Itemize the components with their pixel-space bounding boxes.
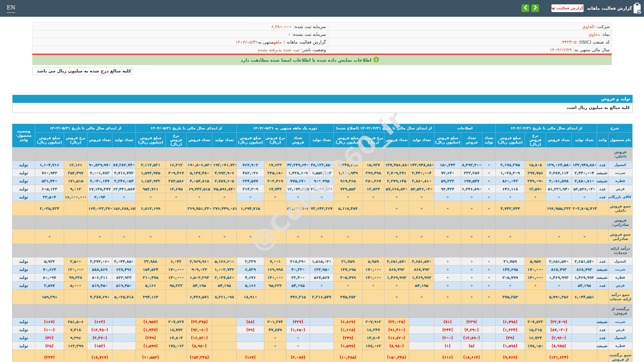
table-cell: (۱,۵۹۸) bbox=[495, 342, 525, 350]
table-cell bbox=[409, 326, 434, 334]
column-header: نرخ فروش (ریال) bbox=[264, 133, 286, 147]
table-cell: ∘ bbox=[384, 290, 409, 304]
table-cell: ۱۷∘,∘∘∘ bbox=[165, 265, 186, 274]
table-cell: ۱۸,۷۷۳ bbox=[165, 326, 186, 334]
table-cell: ∘ bbox=[286, 193, 310, 201]
table-cell bbox=[310, 304, 333, 318]
next-report-button[interactable] bbox=[531, 4, 539, 12]
table-cell: ۹∘۹,∘۲۳ bbox=[186, 265, 212, 274]
column-header: نرخ فروش (ریال) bbox=[165, 133, 186, 147]
table-cell: ∘ bbox=[112, 193, 136, 201]
table-cell: ۱,∘∘۲,۷۴۳ bbox=[212, 265, 236, 274]
table-cell: ۴,۷۴۲,۷۴۴ bbox=[495, 201, 525, 216]
table-cell bbox=[165, 229, 186, 244]
table-cell bbox=[212, 216, 236, 229]
table-cell: ۶۲۸,۴۹۶ bbox=[112, 265, 136, 274]
table-cell: ۱۹۲,∘۷۱,۷۳∘ bbox=[212, 161, 236, 169]
table-cell: ۱۲∘,∘∘∘ bbox=[64, 265, 87, 274]
table-cell: ∘ bbox=[333, 229, 362, 244]
table-cell: ۳۳,۵∘۴ bbox=[35, 193, 64, 201]
table-cell: (۱۵۲,۳۳۵) bbox=[186, 350, 212, 362]
table-cell bbox=[35, 244, 64, 257]
table-cell: ۹,۳۹۶ bbox=[64, 334, 87, 342]
table-cell: (۱۵۳) bbox=[87, 342, 112, 350]
table-cell: ۱,۴۶۹,۹۹۳ bbox=[572, 274, 597, 282]
table-cell: (۳۲۹) bbox=[461, 318, 482, 326]
table-cell: (۱∘,۵۵۲) bbox=[136, 350, 165, 362]
table-cell bbox=[525, 290, 546, 304]
table-cell: (۱۶,۸۲∘) bbox=[384, 334, 409, 342]
table-row-product: قرصعدد۵۴,۱۹۵∘∘∘∘∘∘۵۴,۱۹۵∘∘∘∘۵۴,۱۹۵۹۵,۳۲۲… bbox=[12, 282, 632, 290]
table-cell: ۲۱∘,۴۷۵ bbox=[136, 274, 165, 282]
table-cell: ۵۴,۱۹۵ bbox=[409, 282, 434, 290]
report-type-dropdown-label: گزارش فعالیت bbox=[556, 6, 583, 10]
table-cell: ۷,۴۱۸ bbox=[64, 326, 87, 334]
table-cell: ۲۸∘,۳۶۷ bbox=[362, 177, 384, 185]
table-cell bbox=[212, 326, 236, 334]
column-header: مبلغ فروش (میلیون ریال) bbox=[136, 133, 165, 147]
column-header: نرخ فروش (ریال) bbox=[525, 133, 546, 147]
table-cell: ۵۷,۶۶۸,۸۳∘ bbox=[384, 185, 409, 193]
table-cell bbox=[362, 304, 384, 318]
table-cell: ۳,۶۵۱,۵۷∘ bbox=[384, 257, 409, 265]
table-cell: (۱∘∘) bbox=[35, 326, 64, 334]
table-cell bbox=[212, 244, 236, 257]
table-cell bbox=[286, 244, 310, 257]
status-cell: تولید bbox=[12, 169, 35, 177]
table-cell: ۵۱۹,۴۵∘ bbox=[87, 282, 112, 290]
table-cell: ∘ bbox=[434, 290, 461, 304]
table-cell: ۲∘۱,۳۷۳ bbox=[264, 318, 286, 326]
language-toggle-en[interactable]: EN bbox=[7, 4, 15, 13]
table-cell: (۶,۷۹۸) bbox=[495, 318, 525, 326]
unit-cell: عدد bbox=[597, 185, 608, 193]
info-label: نماد: bbox=[601, 32, 610, 37]
table-cell bbox=[409, 304, 434, 318]
column-header: مبلغ فروش (میلیون ریال) bbox=[495, 133, 525, 147]
info-value: دحاوي bbox=[588, 32, 600, 37]
table-cell: ۴۳,۳۴۹,۶۴∘ bbox=[286, 161, 310, 169]
table-cell: ۷۵,۵۹۶,۸۴∘ bbox=[212, 185, 236, 193]
table-cell bbox=[572, 334, 597, 342]
table-cell: ∘ bbox=[572, 229, 597, 244]
table-cell: ۸۷,۲۸۳,۷۴∘ bbox=[112, 161, 136, 169]
table-cell bbox=[409, 147, 434, 161]
table-cell: ۵,۱۴۷,۴۸∘ bbox=[186, 169, 212, 177]
column-header: مبلغ فروش (میلیون ریال) bbox=[434, 133, 461, 147]
table-cell: ۳∘۲,۴۱۹ bbox=[264, 177, 286, 185]
table-cell: ۱,۵∘۳,۳۹۳ bbox=[186, 274, 212, 282]
table-cell bbox=[482, 326, 495, 334]
table-cell: ∘ bbox=[572, 193, 597, 201]
table-cell: ∘ bbox=[310, 229, 333, 244]
table-cell: ۱۵,۲۱۵ bbox=[525, 326, 546, 334]
table-cell: ∘ bbox=[35, 229, 64, 244]
column-header: تعداد فروش bbox=[286, 133, 310, 147]
previous-report-button[interactable] bbox=[522, 4, 529, 12]
table-cell: ۸۶۸,۷۹۳ bbox=[409, 265, 434, 274]
table-cell: ۶,۳۴۶,۸۹∘ bbox=[461, 185, 482, 193]
table-cell: (۳۳۴) bbox=[35, 350, 64, 362]
table-cell: ۷۲,۶۴۳,۳۶۷ bbox=[310, 201, 333, 216]
table-cell: ∘ bbox=[333, 193, 362, 201]
unit-cell bbox=[597, 350, 608, 362]
table-cell: ۹۱۹,۳۶۵ bbox=[333, 177, 362, 185]
table-cell: ∘ bbox=[482, 161, 495, 169]
table-cell: (۱,۵۹۹) bbox=[333, 342, 362, 350]
table-cell bbox=[572, 216, 597, 229]
table-cell: ∘ bbox=[409, 201, 434, 216]
table-cell: ۲,۸۸∘,۸۱∘ bbox=[409, 177, 434, 185]
table-cell: ۱,۴۳۸,۱∘۹ bbox=[286, 169, 310, 177]
info-cell-right: شرکت: الحاوي bbox=[328, 23, 611, 31]
table-cell bbox=[546, 304, 572, 318]
table-cell: (۷۹) bbox=[236, 326, 264, 334]
table-cell: ∘ bbox=[236, 229, 264, 244]
report-type-dropdown[interactable]: گزارش فعالیت bbox=[551, 4, 584, 12]
status-cell: تولید bbox=[12, 193, 35, 201]
info-cell-right: سال مالی منتهی به: ۱۴∘۴/۱۲/۲۹ bbox=[328, 46, 611, 54]
table-cell: ۱۹۶,۹۵۵,۲۳۲ bbox=[546, 201, 572, 216]
table-cell bbox=[461, 216, 482, 229]
table-cell: ۵,۱۶۶ bbox=[136, 282, 165, 290]
status-cell: تولید bbox=[12, 185, 35, 193]
table-cell: ۴,∘۵۴,۸۱۵ bbox=[186, 177, 212, 185]
table-cell: ۳,۲۴۶,∘۵۳ bbox=[112, 177, 136, 185]
unit-cell: عدد bbox=[597, 326, 608, 334]
